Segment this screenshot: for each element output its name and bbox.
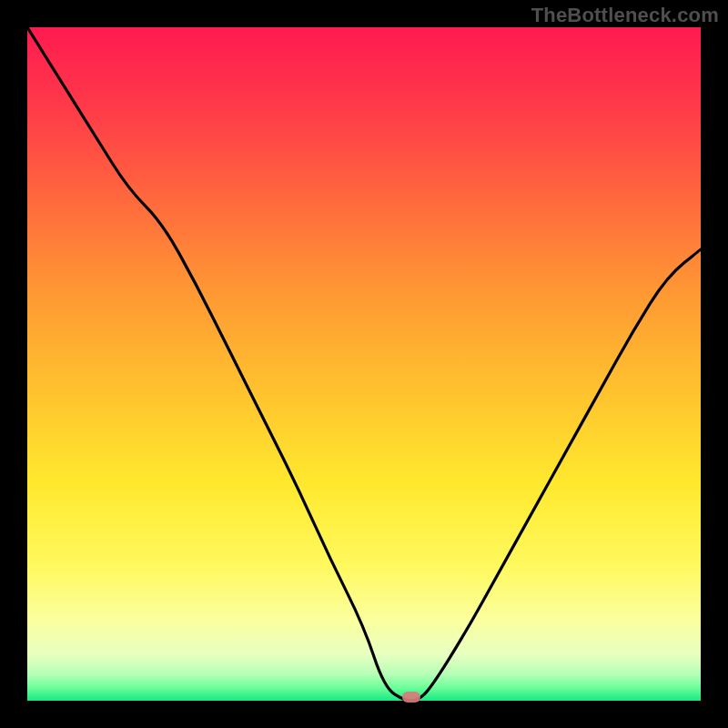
- plot-area: [27, 27, 701, 701]
- minimum-marker: [402, 692, 420, 703]
- chart-frame: TheBottleneck.com: [0, 0, 728, 728]
- watermark-text: TheBottleneck.com: [531, 4, 719, 27]
- curve-svg: [27, 27, 701, 701]
- bottleneck-curve-path: [27, 27, 701, 701]
